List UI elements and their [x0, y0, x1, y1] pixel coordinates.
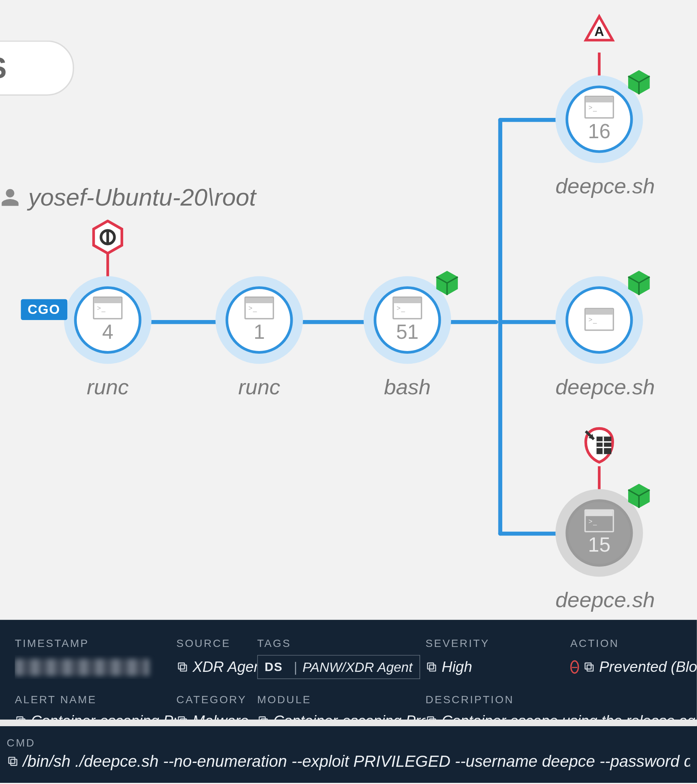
svg-rect-19	[430, 665, 436, 671]
svg-rect-18	[178, 663, 184, 669]
node-label: runc	[64, 375, 151, 400]
value-action[interactable]: – Prevented (Blocked)	[570, 655, 697, 679]
tag-pill[interactable]: DS | PANW/XDR Agent	[257, 655, 420, 679]
svg-rect-31	[11, 759, 17, 766]
process-node-bash[interactable]: 51 bash	[363, 277, 451, 400]
container-cube-icon	[625, 69, 652, 96]
node-label: deepce.sh	[556, 588, 643, 613]
copy-icon	[426, 661, 437, 674]
label-tags: TAGS	[257, 637, 426, 650]
svg-rect-17	[181, 665, 187, 671]
host-user-label: yosef-Ubuntu-20\root	[0, 183, 256, 212]
value-severity[interactable]: High	[426, 655, 570, 679]
terminal-icon	[93, 296, 122, 319]
label-category: CATEGORY	[176, 694, 257, 706]
svg-rect-20	[428, 663, 434, 669]
warning-triangle-icon: A	[584, 11, 615, 46]
redacted-block	[15, 659, 150, 675]
edge	[293, 320, 374, 324]
node-count: 4	[102, 321, 113, 344]
alert-badge-icon	[92, 220, 123, 255]
label-description: DESCRIPTION	[426, 694, 697, 706]
terminal-icon	[393, 296, 422, 319]
process-node-deepce-top[interactable]: A 16 deepce.sh	[556, 76, 643, 199]
value-timestamp	[15, 655, 176, 679]
node-label: runc	[215, 375, 303, 400]
label-alert-name: ALERT NAME	[15, 694, 176, 706]
copy-icon	[7, 755, 19, 768]
copy-icon	[176, 661, 189, 674]
label-cmd: CMD	[7, 737, 690, 749]
label-action: ACTION	[570, 637, 697, 650]
causality-graph[interactable]: S yosef-Ubuntu-20\root CGO	[0, 0, 697, 620]
edge	[498, 118, 562, 122]
node-count: 16	[588, 120, 610, 143]
alert-stem	[598, 466, 601, 489]
edge	[498, 320, 562, 324]
node-count: 1	[254, 321, 265, 344]
host-user-text: yosef-Ubuntu-20\root	[28, 183, 256, 212]
svg-text:A: A	[595, 24, 604, 39]
node-count: 51	[396, 321, 419, 344]
cgo-badge: CGO	[21, 299, 67, 320]
process-node-runc[interactable]: 1 runc	[215, 277, 303, 400]
process-node-deepce-blocked[interactable]: 15 deepce.sh	[556, 489, 643, 613]
container-cube-icon	[625, 483, 652, 509]
panel-divider	[0, 720, 697, 726]
label-source: SOURCE	[176, 637, 257, 650]
node-label: deepce.sh	[556, 375, 643, 400]
terminal-icon	[585, 96, 614, 119]
node-label: bash	[363, 375, 451, 400]
label-module: MODULE	[257, 694, 426, 706]
value-tags[interactable]: DS | PANW/XDR Agent	[257, 655, 426, 679]
edge	[498, 118, 502, 535]
svg-rect-21	[587, 665, 593, 671]
container-cube-icon	[434, 270, 460, 296]
edge	[141, 320, 222, 324]
label-timestamp: TIMESTAMP	[15, 637, 176, 650]
svg-rect-22	[585, 663, 591, 669]
alert-stem	[106, 254, 109, 277]
copy-icon	[583, 661, 595, 674]
svg-rect-32	[9, 757, 15, 763]
firewall-block-icon	[579, 425, 620, 465]
label-severity: SEVERITY	[426, 637, 570, 650]
node-count: 15	[588, 534, 610, 557]
terminal-icon	[245, 296, 274, 319]
container-cube-icon	[625, 270, 652, 296]
blocked-icon: –	[570, 660, 579, 674]
filter-chip[interactable]: S	[0, 41, 74, 96]
process-node-deepce-mid[interactable]: deepce.sh	[556, 277, 643, 400]
terminal-icon	[585, 308, 614, 331]
process-node-runc-cgo[interactable]: CGO 4 runc	[64, 277, 151, 400]
value-cmd[interactable]: /bin/sh ./deepce.sh --no-enumeration --e…	[7, 752, 690, 771]
value-source[interactable]: XDR Agent	[176, 655, 257, 679]
node-label: deepce.sh	[556, 174, 643, 199]
edge	[498, 532, 562, 536]
alert-stem	[598, 53, 601, 76]
cmd-panel: CMD /bin/sh ./deepce.sh --no-enumeration…	[0, 726, 697, 783]
terminal-icon	[585, 509, 614, 532]
user-icon	[0, 187, 20, 208]
